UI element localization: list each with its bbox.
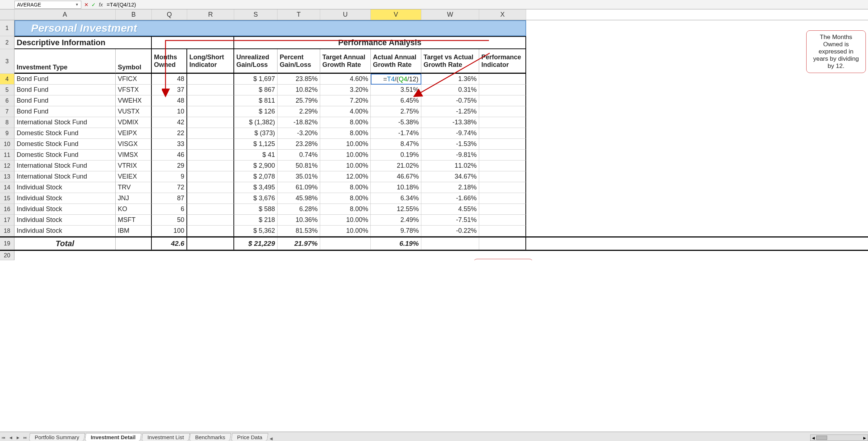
row-header-19[interactable]: 19: [0, 237, 14, 250]
cell-S5[interactable]: $ 867: [234, 85, 278, 95]
cell-T5[interactable]: 10.82%: [278, 85, 320, 95]
cell-W11[interactable]: -9.81%: [421, 150, 479, 160]
cell-U6[interactable]: 7.20%: [320, 95, 371, 106]
cell-Q7[interactable]: 10: [152, 106, 187, 117]
cell-W6[interactable]: -0.75%: [421, 95, 479, 106]
cell-A17[interactable]: Individual Stock: [14, 215, 116, 226]
cell-V6[interactable]: 6.45%: [371, 95, 421, 106]
cell-X11[interactable]: [479, 150, 526, 160]
cell-A4[interactable]: Bond Fund: [14, 74, 116, 85]
section-performance[interactable]: Performance Analysis: [234, 36, 526, 49]
cell-Q10[interactable]: 33: [152, 139, 187, 150]
cell-B15[interactable]: JNJ: [116, 193, 152, 204]
cell-U5[interactable]: 3.20%: [320, 85, 371, 95]
cell-B17[interactable]: MSFT: [116, 215, 152, 226]
row-header-9[interactable]: 9: [0, 128, 14, 139]
cell-X8[interactable]: [479, 117, 526, 128]
cell-S17[interactable]: $ 218: [234, 215, 278, 226]
cell-X18[interactable]: [479, 226, 526, 236]
cell-R16[interactable]: [187, 204, 234, 215]
cell-S10[interactable]: $ 1,125: [234, 139, 278, 150]
cell-W9[interactable]: -9.74%: [421, 128, 479, 139]
cell-A7[interactable]: Bond Fund: [14, 106, 116, 117]
col-header-T[interactable]: T: [278, 9, 320, 20]
cell-U15[interactable]: 8.00%: [320, 193, 371, 204]
cell-S4[interactable]: $ 1,697: [234, 74, 278, 85]
name-box[interactable]: AVERAGE ▼: [14, 1, 81, 9]
cell-R14[interactable]: [187, 182, 234, 193]
hdr-investment-type[interactable]: Investment Type: [14, 49, 116, 74]
total-act[interactable]: 6.19%: [371, 237, 421, 250]
cell-W15[interactable]: -1.66%: [421, 193, 479, 204]
cell-B5[interactable]: VFSTX: [116, 85, 152, 95]
cell-W10[interactable]: -1.53%: [421, 139, 479, 150]
cell-S15[interactable]: $ 3,676: [234, 193, 278, 204]
cell-W16[interactable]: 4.55%: [421, 204, 479, 215]
cell-A8[interactable]: International Stock Fund: [14, 117, 116, 128]
title-cell[interactable]: Personal Investment: [14, 20, 526, 36]
cell-T10[interactable]: 23.28%: [278, 139, 320, 150]
cell-W17[interactable]: -7.51%: [421, 215, 479, 226]
cell-V12[interactable]: 21.02%: [371, 160, 421, 171]
cell-U18[interactable]: 10.00%: [320, 226, 371, 236]
cell-X17[interactable]: [479, 215, 526, 226]
hdr-target-annual-growth[interactable]: Target Annual Growth Rate: [320, 49, 371, 74]
cell-Q13[interactable]: 9: [152, 171, 187, 182]
cell-V5[interactable]: 3.51%: [371, 85, 421, 95]
cell-R5[interactable]: [187, 85, 234, 95]
cell-B16[interactable]: KO: [116, 204, 152, 215]
row-header-1[interactable]: 1: [0, 20, 14, 36]
cell-R17[interactable]: [187, 215, 234, 226]
cell-B9[interactable]: VEIPX: [116, 128, 152, 139]
cell-T16[interactable]: 6.28%: [278, 204, 320, 215]
cell-A9[interactable]: Domestic Stock Fund: [14, 128, 116, 139]
cell-V8[interactable]: -5.38%: [371, 117, 421, 128]
cell-X12[interactable]: [479, 160, 526, 171]
row-header-14[interactable]: 14: [0, 182, 14, 193]
row-header-6[interactable]: 6: [0, 95, 14, 106]
cell-B14[interactable]: TRV: [116, 182, 152, 193]
col-header-A[interactable]: A: [14, 9, 116, 20]
cell-B13[interactable]: VEIEX: [116, 171, 152, 182]
total-months[interactable]: 42.6: [152, 237, 187, 250]
cell-S9[interactable]: $ (373): [234, 128, 278, 139]
cell-S16[interactable]: $ 588: [234, 204, 278, 215]
cell-W13[interactable]: 34.67%: [421, 171, 479, 182]
cell-A15[interactable]: Individual Stock: [14, 193, 116, 204]
total-U[interactable]: [320, 237, 371, 250]
hdr-symbol[interactable]: Symbol: [116, 49, 152, 74]
cell-T9[interactable]: -3.20%: [278, 128, 320, 139]
cell-B7[interactable]: VUSTX: [116, 106, 152, 117]
editing-cell-V4[interactable]: =T4/(Q4/12): [371, 74, 421, 85]
cell-Q18[interactable]: 100: [152, 226, 187, 236]
cell-U9[interactable]: 8.00%: [320, 128, 371, 139]
col-header-Q[interactable]: Q: [152, 9, 187, 20]
cell-S12[interactable]: $ 2,900: [234, 160, 278, 171]
cell-Q15[interactable]: 87: [152, 193, 187, 204]
cell-A12[interactable]: International Stock Fund: [14, 160, 116, 171]
cell-A18[interactable]: Individual Stock: [14, 226, 116, 236]
col-header-R[interactable]: R: [187, 9, 234, 20]
cell-T11[interactable]: 0.74%: [278, 150, 320, 160]
cell-X13[interactable]: [479, 171, 526, 182]
hdr-target-vs-actual[interactable]: Target vs Actual Growth Rate: [421, 49, 479, 74]
cell-T7[interactable]: 2.29%: [278, 106, 320, 117]
cell-U11[interactable]: 10.00%: [320, 150, 371, 160]
row-header-8[interactable]: 8: [0, 117, 14, 128]
cell-A13[interactable]: International Stock Fund: [14, 171, 116, 182]
cell-R15[interactable]: [187, 193, 234, 204]
cell-R11[interactable]: [187, 150, 234, 160]
cell-X6[interactable]: [479, 95, 526, 106]
cell-S13[interactable]: $ 2,078: [234, 171, 278, 182]
cell-X5[interactable]: [479, 85, 526, 95]
cell-S7[interactable]: $ 126: [234, 106, 278, 117]
cell-B11[interactable]: VIMSX: [116, 150, 152, 160]
cell-X15[interactable]: [479, 193, 526, 204]
total-ugl[interactable]: $ 21,229: [234, 237, 278, 250]
cell-U7[interactable]: 4.00%: [320, 106, 371, 117]
cell-W5[interactable]: 0.31%: [421, 85, 479, 95]
cell-S14[interactable]: $ 3,495: [234, 182, 278, 193]
row-header-18[interactable]: 18: [0, 226, 14, 236]
cell-U14[interactable]: 8.00%: [320, 182, 371, 193]
cell-R12[interactable]: [187, 160, 234, 171]
